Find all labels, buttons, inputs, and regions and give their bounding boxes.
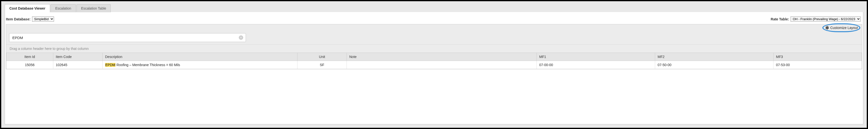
tab-escalation[interactable]: Escalation (51, 4, 76, 12)
tab-strip: Cost Database Viewer Escalation Escalati… (5, 4, 863, 12)
cell-unit: SF (298, 61, 347, 69)
col-header-item-id[interactable]: Item Id (6, 53, 53, 61)
col-header-description[interactable]: Description (103, 53, 298, 61)
cell-item-id: 15056 (6, 61, 53, 69)
customize-layout-label: Customize Layout (830, 26, 858, 30)
grid-panel: Customize Layout × Drag a column header … (6, 24, 862, 69)
col-header-note[interactable]: Note (347, 53, 537, 61)
search-box: × (9, 33, 246, 42)
cell-description-rest: Roofing – Membrane Thickness = 60 Mils (116, 63, 180, 67)
cell-note (347, 61, 537, 69)
rate-table-select[interactable]: OH - Franklin (Prevailing Wage) - 6/22/2… (790, 16, 861, 22)
search-highlight: EPDM (105, 63, 116, 67)
cell-item-code: 102645 (53, 61, 103, 69)
gear-icon (825, 26, 829, 30)
results-table: Item Id Item Code Description Unit Note … (6, 53, 862, 69)
tab-escalation-table[interactable]: Escalation Table (76, 4, 111, 12)
item-database-select[interactable]: SimpleBid (32, 16, 54, 22)
app-window: Cost Database Viewer Escalation Escalati… (0, 0, 868, 129)
search-input[interactable] (12, 35, 239, 40)
group-by-drop-area[interactable]: Drag a column header here to group by th… (6, 44, 862, 53)
tab-cost-database-viewer[interactable]: Cost Database Viewer (5, 4, 50, 12)
clear-search-icon[interactable]: × (239, 35, 243, 40)
tab-content: Item Database: SimpleBid Rate Table: OH … (5, 12, 863, 124)
table-row[interactable]: 15056 102645 EPDM Roofing – Membrane Thi… (6, 61, 862, 69)
cell-description: EPDM Roofing – Membrane Thickness = 60 M… (103, 61, 298, 69)
col-header-mf2[interactable]: MF2 (655, 53, 774, 61)
top-bar: Item Database: SimpleBid Rate Table: OH … (5, 12, 863, 24)
col-header-mf3[interactable]: MF3 (774, 53, 862, 61)
cell-mf2: 07-50-00 (655, 61, 774, 69)
col-header-unit[interactable]: Unit (298, 53, 347, 61)
col-header-item-code[interactable]: Item Code (53, 53, 103, 61)
customize-layout-button[interactable]: Customize Layout (825, 26, 858, 30)
cell-mf1: 07-00-00 (537, 61, 655, 69)
item-database-label: Item Database: (6, 17, 31, 21)
rate-table-label: Rate Table: (771, 17, 789, 21)
col-header-mf1[interactable]: MF1 (537, 53, 655, 61)
grid-toolbar: Customize Layout (6, 24, 862, 31)
table-header-row: Item Id Item Code Description Unit Note … (6, 53, 862, 61)
cell-mf3: 07-53-00 (774, 61, 862, 69)
search-row: × (6, 31, 862, 44)
